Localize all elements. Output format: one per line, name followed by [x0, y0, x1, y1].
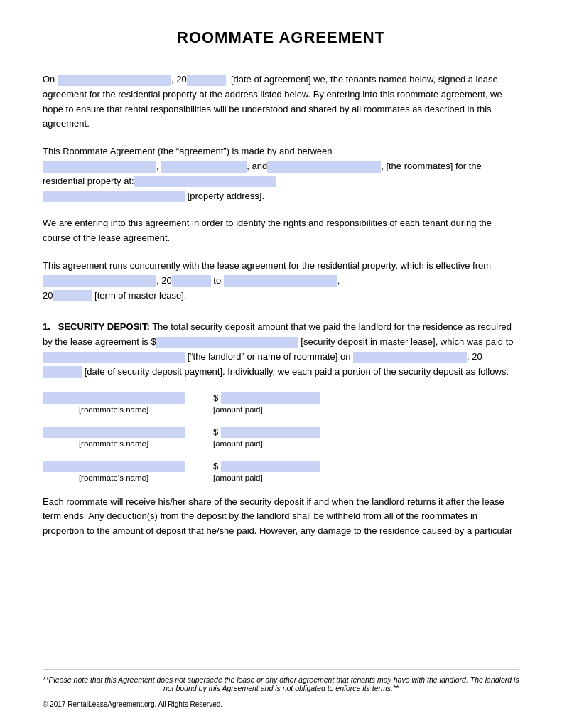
section-1-number: 1.: [43, 321, 50, 332]
field-property-1[interactable]: [134, 176, 276, 187]
paragraph-1: On , 20, [date of agreement] we, the ten…: [43, 73, 519, 132]
field-amount-1[interactable]: [221, 392, 320, 404]
paragraph-5: Each roommate will receive his/her share…: [43, 495, 519, 539]
amount-3-col: $ [amount paid]: [213, 461, 320, 482]
field-amount-3[interactable]: [221, 461, 320, 472]
roommate-2-label: [roommate’s name]: [79, 439, 148, 448]
field-landlord-name[interactable]: [43, 352, 185, 363]
field-end-date[interactable]: [224, 275, 337, 287]
deposit-row-1: [roommate’s name] $ [amount paid]: [43, 392, 519, 414]
document-page: ROOMMATE AGREEMENT On , 20, [date of agr…: [0, 0, 562, 728]
paragraph-2: This Roommate Agreement (the “agreement”…: [43, 144, 519, 203]
field-roommate-2[interactable]: [161, 161, 247, 173]
field-eff-year[interactable]: [172, 275, 211, 287]
field-roommate-name-3[interactable]: [43, 461, 185, 472]
footer-note: **Please note that this Agreement does n…: [43, 669, 519, 692]
field-deposit-date[interactable]: [353, 352, 467, 363]
field-amount-2[interactable]: [221, 427, 320, 438]
field-deposit-total[interactable]: [156, 337, 298, 348]
amount-3-label: [amount paid]: [213, 473, 263, 482]
field-roommate-3[interactable]: [267, 161, 381, 173]
field-roommate-name-1[interactable]: [43, 392, 185, 404]
footer-copyright: © 2017 RentalLeaseAgreement.org. All Rig…: [43, 700, 222, 708]
field-eff-date[interactable]: [43, 275, 156, 287]
amount-1-col: $ [amount paid]: [213, 392, 320, 414]
para1-on: On: [43, 74, 55, 85]
amount-1-label: [amount paid]: [213, 405, 263, 414]
roommate-2-col: [roommate’s name]: [43, 427, 185, 448]
document-title: ROOMMATE AGREEMENT: [43, 28, 519, 47]
roommate-3-label: [roommate’s name]: [79, 473, 148, 482]
paragraph-4: This agreement runs concurrently with th…: [43, 259, 519, 303]
field-end-year[interactable]: [53, 290, 92, 301]
deposit-rows: [roommate’s name] $ [amount paid] [roomm…: [43, 392, 519, 482]
field-roommate-1[interactable]: [43, 161, 156, 173]
roommate-3-col: [roommate’s name]: [43, 461, 185, 482]
section-1: 1. SECURITY DEPOSIT: The total security …: [43, 320, 519, 379]
roommate-1-label: [roommate’s name]: [79, 405, 148, 414]
field-year-1[interactable]: [187, 75, 226, 86]
section-1-title: SECURITY DEPOSIT:: [58, 321, 150, 332]
paragraph-3: We are entering into this agreement in o…: [43, 216, 519, 246]
section-1-text: 1. SECURITY DEPOSIT: The total security …: [43, 320, 519, 379]
deposit-row-3: [roommate’s name] $ [amount paid]: [43, 461, 519, 482]
amount-2-col: $ [amount paid]: [213, 427, 320, 448]
field-property-2[interactable]: [43, 191, 185, 202]
amount-2-label: [amount paid]: [213, 439, 263, 448]
field-date-1[interactable]: [58, 75, 171, 86]
field-deposit-year[interactable]: [43, 366, 82, 378]
deposit-row-2: [roommate’s name] $ [amount paid]: [43, 427, 519, 448]
field-roommate-name-2[interactable]: [43, 427, 185, 438]
roommate-1-col: [roommate’s name]: [43, 392, 185, 414]
